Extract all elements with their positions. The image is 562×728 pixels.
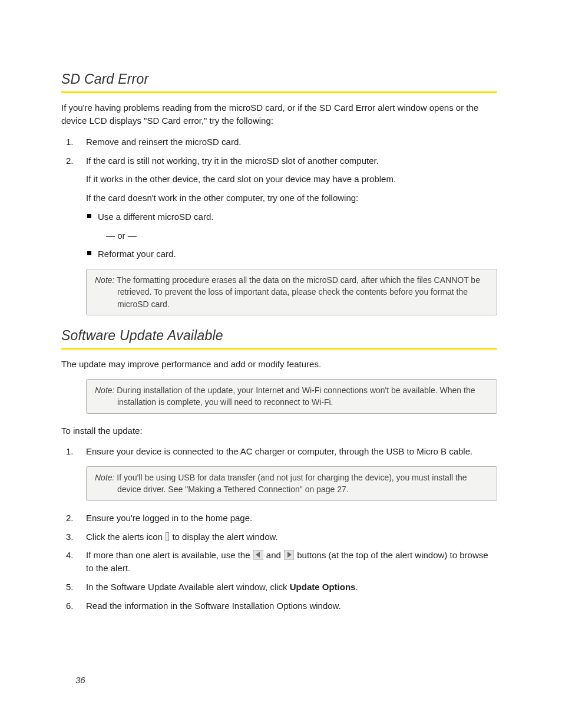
section-heading-sd-card-error: SD Card Error xyxy=(61,70,497,89)
bullet-item: Reformat your card. xyxy=(86,248,497,261)
paragraph-intro: If you're having problems reading from t… xyxy=(61,101,497,127)
list-text: Ensure you're logged in to the home page… xyxy=(86,513,252,523)
list-text: . xyxy=(355,582,358,592)
note-text: If you'll be using USB for data transfer… xyxy=(117,473,467,494)
list-number: 3. xyxy=(66,531,74,543)
note-label: Note: xyxy=(95,275,114,285)
list-number: 1. xyxy=(66,445,74,458)
note-label: Note: xyxy=(95,473,114,482)
sub-paragraph: If the card doesn't work in the other co… xyxy=(86,192,497,205)
list-item: 5. In the Software Update Available aler… xyxy=(61,581,497,594)
note-text: During installation of the update, your … xyxy=(117,386,475,407)
bullet-text: Use a different microSD card. xyxy=(98,212,213,222)
note-box: Note: If you'll be using USB for data tr… xyxy=(86,466,497,501)
alerts-icon xyxy=(166,532,169,541)
list-text: Ensure your device is connected to the A… xyxy=(86,446,472,456)
ordered-list-continued: 2. Ensure you're logged in to the home p… xyxy=(61,512,497,612)
list-text: If the card is still not working, try it… xyxy=(86,156,379,166)
document-page: SD Card Error If you're having problems … xyxy=(0,0,562,728)
list-item: 2. If the card is still not working, try… xyxy=(61,154,497,261)
ui-label-bold: Update Options xyxy=(290,582,356,592)
sub-paragraph: If it works in the other device, the car… xyxy=(86,173,497,186)
page-number: 36 xyxy=(75,674,85,687)
list-item: 4. If more than one alert is available, … xyxy=(61,549,497,575)
paragraph-lead: To install the update: xyxy=(61,424,497,437)
list-number: 1. xyxy=(66,136,74,149)
note-box: Note: During installation of the update,… xyxy=(86,379,497,414)
list-number: 6. xyxy=(66,599,74,612)
list-item: 2. Ensure you're logged in to the home p… xyxy=(61,512,497,525)
list-text: Click the alerts icon xyxy=(86,532,165,542)
list-item: 1. Ensure your device is connected to th… xyxy=(61,445,497,458)
list-number: 5. xyxy=(66,581,74,594)
list-text: and xyxy=(264,550,283,560)
note-box: Note: The formatting procedure erases al… xyxy=(86,269,497,315)
list-text: In the Software Update Available alert w… xyxy=(86,582,290,592)
or-separator: — or — xyxy=(106,229,497,242)
ordered-list: 1. Ensure your device is connected to th… xyxy=(61,445,497,458)
list-number: 4. xyxy=(66,549,74,562)
list-number: 2. xyxy=(66,512,74,525)
list-text: Read the information in the Software Ins… xyxy=(86,601,341,611)
arrow-left-icon xyxy=(253,550,263,560)
paragraph-intro: The update may improve performance and a… xyxy=(61,358,497,371)
list-item: 6. Read the information in the Software … xyxy=(61,599,497,612)
arrow-right-icon xyxy=(284,550,294,560)
bullet-list: Use a different microSD card. — or — Ref… xyxy=(86,210,497,261)
section-heading-software-update: Software Update Available xyxy=(61,326,497,345)
note-text: The formatting procedure erases all the … xyxy=(117,275,480,309)
bullet-item: Use a different microSD card. — or — xyxy=(86,210,497,242)
list-item: 3. Click the alerts icon to display the … xyxy=(61,531,497,543)
section-rule xyxy=(61,91,497,93)
bullet-text: Reformat your card. xyxy=(98,249,176,259)
list-text: to display the alert window. xyxy=(170,532,277,542)
section-rule xyxy=(61,348,497,350)
ordered-list: 1. Remove and reinsert the microSD card.… xyxy=(61,136,497,261)
list-text: If more than one alert is available, use… xyxy=(86,550,253,560)
list-text: Remove and reinsert the microSD card. xyxy=(86,137,241,147)
list-item: 1. Remove and reinsert the microSD card. xyxy=(61,136,497,149)
list-number: 2. xyxy=(66,154,74,167)
note-label: Note: xyxy=(95,386,114,395)
